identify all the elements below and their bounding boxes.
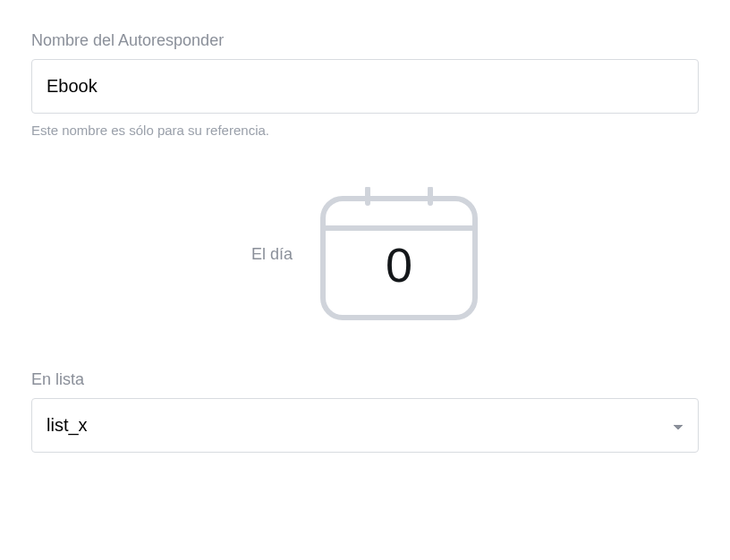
list-select[interactable]: list_x	[31, 398, 699, 453]
day-label: El día	[251, 245, 293, 264]
chevron-down-icon	[673, 415, 683, 436]
list-selected-value: list_x	[47, 415, 88, 436]
autoresponder-name-label: Nombre del Autoresponder	[31, 31, 699, 50]
day-value: 0	[386, 237, 412, 293]
autoresponder-name-input[interactable]	[31, 59, 699, 114]
list-label: En lista	[31, 370, 699, 389]
autoresponder-name-helper: Este nombre es sólo para su referencia.	[31, 123, 699, 138]
calendar-widget[interactable]: 0	[319, 187, 479, 321]
